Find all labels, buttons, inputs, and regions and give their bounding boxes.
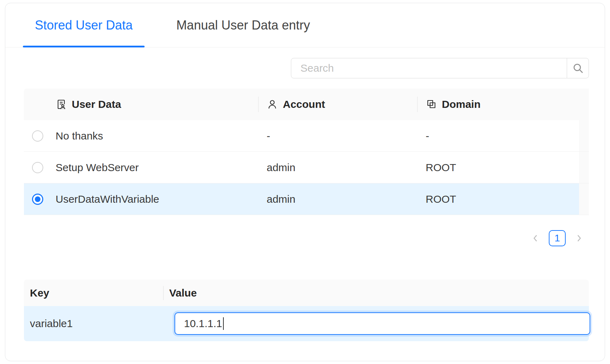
cell-account: - [258, 120, 417, 151]
pagination-next-button[interactable] [572, 231, 586, 245]
radio-selected[interactable] [32, 194, 43, 205]
stored-user-data-panel: Stored User Data Manual User Data entry [5, 3, 605, 361]
cell-user-data: No thanks [51, 120, 258, 151]
text-cursor [223, 317, 224, 330]
kv-row-variable1: variable1 10.1.1.1 [24, 306, 589, 341]
table-header-row: User Data Account [24, 89, 589, 120]
kv-header-key: Key [24, 280, 163, 306]
cell-account: admin [258, 152, 417, 183]
pagination-prev-button[interactable] [528, 231, 542, 245]
table-row-no-thanks[interactable]: No thanks - - [24, 120, 589, 152]
table-body: No thanks - - Setup WebServer admin ROOT… [24, 120, 589, 215]
kv-header-row: Key Value [24, 280, 589, 306]
scrollbar-gutter [579, 183, 589, 215]
search-icon [572, 62, 584, 74]
tab-label: Stored User Data [35, 18, 133, 33]
scrollbar-gutter [579, 152, 589, 183]
user-data-icon [56, 99, 67, 110]
scrollbar-gutter [579, 89, 589, 120]
value-input[interactable]: 10.1.1.1 [174, 312, 590, 335]
header-domain: Domain [417, 89, 579, 120]
tab-manual-user-data-entry[interactable]: Manual User Data entry [164, 3, 322, 47]
chevron-left-icon [531, 234, 540, 243]
header-radio-column [24, 89, 51, 120]
header-label: Domain [442, 98, 481, 110]
header-label: Account [283, 98, 325, 110]
radio-unselected[interactable] [32, 162, 43, 173]
tab-stored-user-data[interactable]: Stored User Data [23, 3, 145, 47]
kv-value-cell: 10.1.1.1 [163, 306, 590, 341]
chevron-right-icon [574, 234, 584, 243]
header-account: Account [258, 89, 417, 120]
tab-bar: Stored User Data Manual User Data entry [5, 3, 605, 47]
header-user-data: User Data [51, 89, 258, 120]
cell-domain: - [417, 120, 579, 151]
cell-domain: ROOT [417, 183, 579, 215]
account-icon [267, 99, 278, 110]
pagination-page-1[interactable]: 1 [549, 230, 566, 246]
value-input-text: 10.1.1.1 [184, 318, 222, 330]
cell-account: admin [258, 183, 417, 215]
search-input[interactable] [291, 58, 567, 78]
cell-domain: ROOT [417, 152, 579, 183]
tab-label: Manual User Data entry [176, 18, 310, 33]
cell-user-data: UserDataWithVariable [51, 183, 258, 215]
radio-unselected[interactable] [32, 130, 43, 142]
header-label: User Data [72, 98, 121, 110]
table-row-userdatawithvariable[interactable]: UserDataWithVariable admin ROOT [24, 183, 589, 215]
variables-table: Key Value variable1 10.1.1.1 [24, 280, 589, 341]
pagination: 1 [24, 230, 589, 246]
kv-key: variable1 [24, 306, 163, 341]
search-bar [24, 58, 589, 78]
user-data-table: User Data Account [24, 89, 589, 215]
kv-header-value: Value [163, 280, 589, 306]
cell-user-data: Setup WebServer [51, 152, 258, 183]
scrollbar-gutter [579, 120, 589, 151]
search-button[interactable] [567, 58, 589, 78]
table-row-setup-webserver[interactable]: Setup WebServer admin ROOT [24, 152, 589, 183]
domain-icon [426, 99, 437, 110]
